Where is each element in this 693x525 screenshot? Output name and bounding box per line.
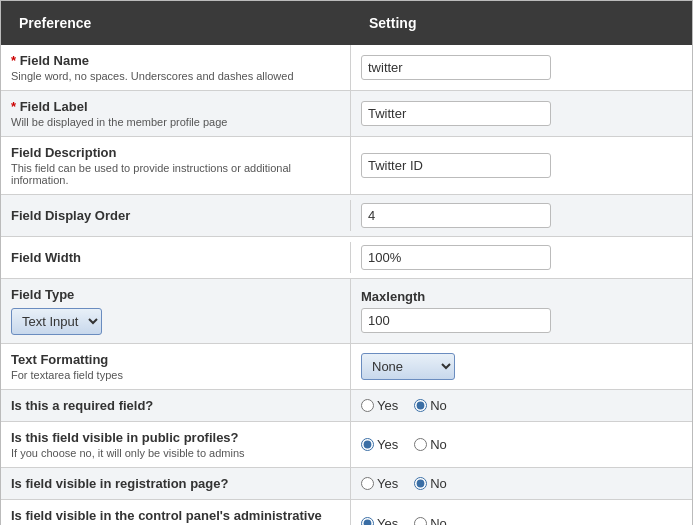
visible-public-no-label[interactable]: No xyxy=(414,437,457,452)
text-formatting-select-wrapper: None HTML Markdown xyxy=(361,353,455,380)
visible-public-label: Is this field visible in public profiles… xyxy=(11,430,340,445)
pref-field-name: * Field Name Single word, no spaces. Und… xyxy=(1,45,351,90)
text-formatting-select[interactable]: None HTML Markdown xyxy=(361,353,455,380)
field-description-input[interactable] xyxy=(361,153,551,178)
row-required-field: Is this a required field? Yes No xyxy=(1,390,692,422)
display-order-label: Field Display Order xyxy=(11,208,340,223)
preferences-table: Preference Setting * Field Name Single w… xyxy=(0,0,693,525)
row-visible-admin: Is field visible in the control panel's … xyxy=(1,500,692,525)
required-yes-label[interactable]: Yes xyxy=(361,398,408,413)
required-star-2: * xyxy=(11,99,20,114)
required-star: * xyxy=(11,53,20,68)
visible-public-desc: If you choose no, it will only be visibl… xyxy=(11,447,340,459)
pref-required-field: Is this a required field? xyxy=(1,390,351,421)
visible-admin-yes-radio[interactable] xyxy=(361,517,374,526)
visible-public-no-radio[interactable] xyxy=(414,438,427,451)
visible-public-yes-radio[interactable] xyxy=(361,438,374,451)
row-display-order: Field Display Order xyxy=(1,195,692,237)
visible-admin-radio-group: Yes No xyxy=(361,516,682,526)
field-label-input[interactable] xyxy=(361,101,551,126)
visible-registration-label: Is field visible in registration page? xyxy=(11,476,340,491)
visible-public-no-text: No xyxy=(430,437,447,452)
setting-field-label xyxy=(351,93,692,134)
visible-reg-no-radio[interactable] xyxy=(414,477,427,490)
setting-field-type: Maxlength xyxy=(351,281,692,341)
table-header: Preference Setting xyxy=(1,1,692,45)
setting-visible-registration: Yes No xyxy=(351,468,692,499)
required-yes-radio[interactable] xyxy=(361,399,374,412)
row-visible-public: Is this field visible in public profiles… xyxy=(1,422,692,468)
pref-field-description: Field Description This field can be used… xyxy=(1,137,351,194)
required-yes-text: Yes xyxy=(377,398,398,413)
field-width-input[interactable] xyxy=(361,245,551,270)
row-field-description: Field Description This field can be used… xyxy=(1,137,692,195)
visible-admin-no-text: No xyxy=(430,516,447,526)
required-no-label[interactable]: No xyxy=(414,398,457,413)
display-order-input[interactable] xyxy=(361,203,551,228)
field-description-desc: This field can be used to provide instru… xyxy=(11,162,340,186)
setting-field-name xyxy=(351,47,692,88)
pref-field-label: * Field Label Will be displayed in the m… xyxy=(1,91,351,136)
header-preference: Preference xyxy=(11,9,361,37)
visible-registration-radio-group: Yes No xyxy=(361,476,682,491)
maxlength-label: Maxlength xyxy=(361,289,551,304)
required-field-label: Is this a required field? xyxy=(11,398,340,413)
field-name-input[interactable] xyxy=(361,55,551,80)
header-setting: Setting xyxy=(361,9,682,37)
setting-text-formatting: None HTML Markdown xyxy=(351,345,692,388)
setting-required-field: Yes No xyxy=(351,390,692,421)
row-text-formatting: Text Formatting For textarea field types… xyxy=(1,344,692,390)
visible-public-yes-text: Yes xyxy=(377,437,398,452)
visible-reg-no-text: No xyxy=(430,476,447,491)
required-no-radio[interactable] xyxy=(414,399,427,412)
row-field-name: * Field Name Single word, no spaces. Und… xyxy=(1,45,692,91)
field-type-select-wrapper: Text Input Textarea Select xyxy=(11,308,102,335)
pref-display-order: Field Display Order xyxy=(1,200,351,231)
maxlength-input[interactable] xyxy=(361,308,551,333)
visible-admin-no-radio[interactable] xyxy=(414,517,427,526)
field-name-desc: Single word, no spaces. Underscores and … xyxy=(11,70,340,82)
row-field-label: * Field Label Will be displayed in the m… xyxy=(1,91,692,137)
pref-text-formatting: Text Formatting For textarea field types xyxy=(1,344,351,389)
setting-visible-public: Yes No xyxy=(351,429,692,460)
visible-admin-no-label[interactable]: No xyxy=(414,516,457,526)
visible-admin-yes-text: Yes xyxy=(377,516,398,526)
pref-visible-public: Is this field visible in public profiles… xyxy=(1,422,351,467)
visible-public-yes-label[interactable]: Yes xyxy=(361,437,408,452)
maxlength-group: Maxlength xyxy=(361,289,551,333)
field-description-label: Field Description xyxy=(11,145,340,160)
visible-reg-yes-text: Yes xyxy=(377,476,398,491)
visible-admin-yes-label[interactable]: Yes xyxy=(361,516,408,526)
visible-reg-yes-label[interactable]: Yes xyxy=(361,476,408,491)
pref-visible-registration: Is field visible in registration page? xyxy=(1,468,351,499)
text-formatting-label: Text Formatting xyxy=(11,352,340,367)
field-name-label: * Field Name xyxy=(11,53,340,68)
required-no-text: No xyxy=(430,398,447,413)
setting-display-order xyxy=(351,195,692,236)
field-label-desc: Will be displayed in the member profile … xyxy=(11,116,340,128)
field-type-select[interactable]: Text Input Textarea Select xyxy=(11,308,102,335)
row-visible-registration: Is field visible in registration page? Y… xyxy=(1,468,692,500)
pref-field-width: Field Width xyxy=(1,242,351,273)
visible-public-radio-group: Yes No xyxy=(361,437,682,452)
setting-field-width xyxy=(351,237,692,278)
field-type-label: Field Type xyxy=(11,287,340,302)
setting-visible-admin: Yes No xyxy=(351,508,692,526)
visible-reg-yes-radio[interactable] xyxy=(361,477,374,490)
row-field-width: Field Width xyxy=(1,237,692,279)
visible-reg-no-label[interactable]: No xyxy=(414,476,457,491)
text-formatting-desc: For textarea field types xyxy=(11,369,340,381)
visible-admin-label: Is field visible in the control panel's … xyxy=(11,508,340,525)
row-field-type: Field Type Text Input Textarea Select Ma… xyxy=(1,279,692,344)
required-radio-group: Yes No xyxy=(361,398,682,413)
setting-field-description xyxy=(351,145,692,186)
field-label-label: * Field Label xyxy=(11,99,340,114)
field-width-label: Field Width xyxy=(11,250,340,265)
pref-visible-admin: Is field visible in the control panel's … xyxy=(1,500,351,525)
pref-field-type: Field Type Text Input Textarea Select xyxy=(1,279,351,343)
